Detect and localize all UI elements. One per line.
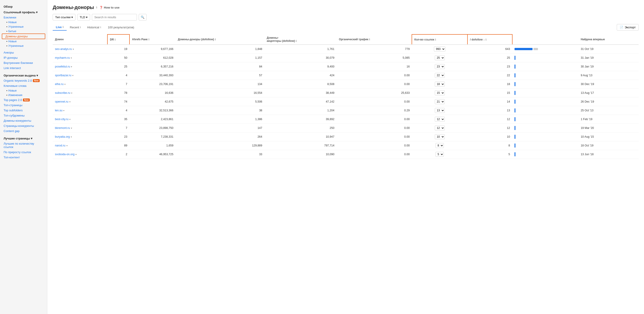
sidebar-item-donor-domains[interactable]: Домены-доноры [2,33,45,39]
link-profile-section[interactable]: Ссылочный профиль ▾ [0,9,47,15]
domain-link[interactable]: mycharm.ru ▾ [55,56,105,59]
tab-recent[interactable]: Recent ℹ [67,24,84,30]
domain-link[interactable]: sportbazar.ru ▾ [55,74,105,77]
links-count-select[interactable]: 10 [435,134,445,139]
domain-link[interactable]: best-city.ru ▾ [55,118,105,121]
mini-bar [514,152,516,156]
export-button[interactable]: 📄 Экспорт [617,24,638,30]
sidebar-item-link-intersect[interactable]: Link intersect [0,65,47,71]
col-links-count[interactable]: Кол-во ссылок ℹ [412,34,468,44]
dropdown-arrow-icon[interactable]: ▾ [71,65,72,68]
dropdown-arrow-icon[interactable]: ▾ [64,83,66,85]
tab-live[interactable]: Live ℹ [53,24,67,30]
dropdown-arrow-icon[interactable]: ▾ [71,127,72,129]
cell-acceptor-domains: 797,714 [264,141,337,150]
cell-acceptor-domains: 250 [264,124,337,132]
cell-organic-traffic: 0.00 [337,71,412,80]
col-ahrefs-rank[interactable]: Ahrefs Ранк ℹ [130,34,176,44]
cell-links-count: 10 [412,132,468,141]
best-pages-section[interactable]: Лучшие страницы ▾ [0,135,47,141]
domain-link[interactable]: elhe.ru ▾ [55,82,105,86]
sidebar-item-internal-backlinks[interactable]: Внутренние бэклинки [0,60,47,65]
dropdown-arrow-icon[interactable]: ▾ [71,57,72,59]
dropdown-arrow-icon[interactable]: ▾ [66,144,68,147]
dropdown-arrow-icon[interactable]: ▾ [73,48,74,50]
dropdown-arrow-icon[interactable]: ▾ [71,136,72,138]
sidebar-item-donor-new[interactable]: Новые [0,39,47,44]
sidebar-item-top-subfolders[interactable]: Top subfolders [0,108,47,113]
col-dr[interactable]: DR ℹ [108,34,130,44]
sidebar-item-best-by-links[interactable]: Лучшие по количеству ссылок [0,141,47,150]
sidebar-item-content-gap[interactable]: Content gap [0,128,47,134]
links-count-select[interactable]: 15 [435,90,445,95]
sidebar-item-ip-donors[interactable]: IP-доноры [0,55,47,60]
tld-filter[interactable]: TLD ▾ [77,14,90,20]
col-found-first[interactable]: Найдена впервые [578,34,638,44]
domain-link[interactable]: buryatia.org ▾ [55,135,105,138]
tab-historical[interactable]: Historical ℹ [84,24,104,30]
sidebar-item-keywords[interactable]: Ключевые слова [0,83,47,88]
sidebar-item-competitor-domains[interactable]: Домены-конкуренты [0,118,47,123]
links-count-select[interactable]: 23 [435,64,445,69]
sidebar-item-by-link-growth[interactable]: По приросту ссылок [0,150,47,155]
overview-link[interactable]: Обзор [0,3,47,9]
links-count-select[interactable]: 12 [435,125,445,130]
table-row: seo-analys.ru ▾ 19 9,677,166 1,848 1,761… [53,44,638,53]
cell-donor-domains: 134 [176,80,264,89]
sidebar-item-backlinks[interactable]: Бэклинки [0,15,47,20]
cell-links-count: 23 [412,62,468,71]
dropdown-arrow-icon[interactable]: ▾ [69,100,70,103]
sidebar-item-top-subdomains[interactable]: Топ-субдомены [0,113,47,118]
sidebar-item-competitor-pages[interactable]: Страницы-конкуренты [0,123,47,128]
sidebar-item-keywords-new[interactable]: Новые [0,88,47,93]
col-domain[interactable]: Домен [53,34,108,44]
dropdown-arrow-icon[interactable]: ▾ [72,74,74,77]
dropdown-arrow-icon[interactable]: ▾ [76,153,76,156]
cell-dr: 25 [108,62,130,71]
domain-link[interactable]: opennet.ru ▾ [55,100,105,103]
domain-link[interactable]: len.su ▾ [55,109,105,112]
links-count-select[interactable]: 12 [435,117,445,122]
cell-bar [512,106,578,115]
domain-link[interactable]: narod.ru ▾ [55,144,105,147]
sidebar-item-anchors[interactable]: Анкоры [0,50,47,55]
cell-organic-traffic: 5,085 [337,53,412,62]
organic-section[interactable]: Органическая выдача ▾ [0,72,47,78]
sidebar-item-backlinks-lost[interactable]: Утраченные [0,24,47,29]
sidebar-item-keywords-changes[interactable]: Изменения [0,93,47,97]
cell-bar [512,62,578,71]
sidebar-item-top-content[interactable]: Топ-контент [0,155,47,160]
search-input[interactable] [92,14,137,20]
sidebar-item-top-countries[interactable]: Топ-страницы [0,103,47,108]
col-dofollow[interactable]: / dofollow ↓ ℹ [468,34,512,44]
cell-ahrefs-rank: 1,659 [130,141,176,150]
domain-link[interactable]: svoboda-on.org ▾ [55,153,105,156]
sidebar-item-backlinks-new[interactable]: Новые [0,20,47,24]
links-count-select[interactable]: 18 [435,82,445,87]
dropdown-arrow-icon[interactable]: ▾ [69,118,70,121]
sidebar-item-backlinks-broken[interactable]: Битые [0,29,47,33]
link-type-filter[interactable]: Тип ссылки ▾ [53,14,76,20]
col-donor-domains[interactable]: Домены-доноры (dofollow) ℹ [176,34,264,44]
col-organic-traffic[interactable]: Органический трафик ℹ [337,34,412,44]
links-count-select[interactable]: 5 [436,152,444,157]
domain-link[interactable]: seo-analys.ru ▾ [55,47,105,51]
domain-link[interactable]: subscribe.ru ▾ [55,91,105,94]
domain-link[interactable]: poselkitut.ru ▾ [55,65,105,68]
links-count-select[interactable]: 22 [435,73,445,78]
sidebar-item-organic-keywords[interactable]: Organic keywords 2.0 New [0,78,47,83]
links-count-select[interactable]: 8 [436,143,444,148]
links-count-select[interactable]: 25 [435,55,445,60]
links-count-select[interactable]: 13 [435,108,445,113]
cell-donor-domains: 38 [176,106,264,115]
sidebar-item-top-pages[interactable]: Top pages 2.0 New [0,97,47,103]
links-count-select[interactable]: 993 [434,46,446,51]
how-to-use-link[interactable]: ❓ How to use [99,6,119,9]
dropdown-arrow-icon[interactable]: ▾ [71,92,72,94]
search-button[interactable]: 🔍 [139,14,146,20]
domain-link[interactable]: bkremont.ru ▾ [55,126,105,130]
col-acceptor-domains[interactable]: Домены-акцепторы (dofollow) ℹ [264,34,337,44]
sidebar-item-donor-lost[interactable]: Утраченные [0,44,47,48]
links-count-select[interactable]: 21 [435,99,445,104]
dropdown-arrow-icon[interactable]: ▾ [63,109,64,112]
